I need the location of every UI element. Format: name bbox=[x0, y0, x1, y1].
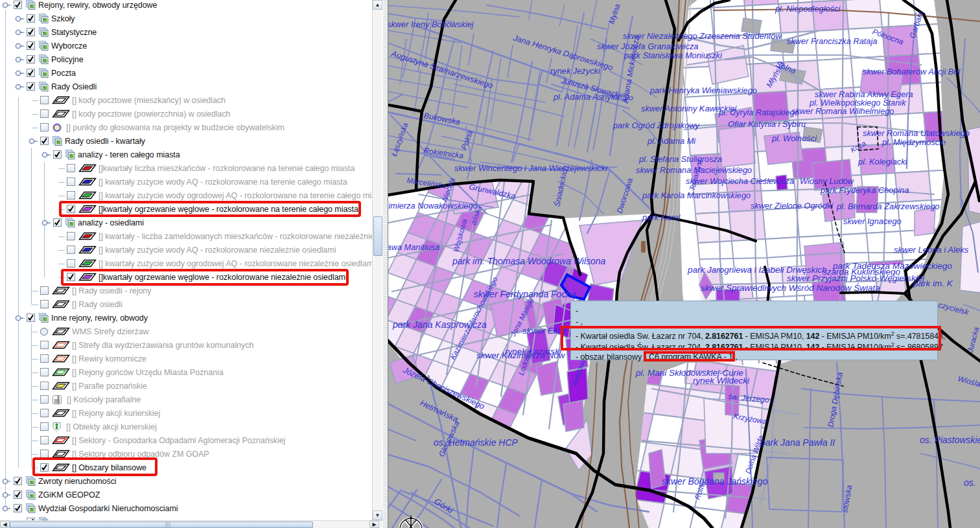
svg-text:skwer Wincentego i Jana Wierze: skwer Wincentego i Jana Wierzejewskickr bbox=[454, 163, 609, 173]
svg-text:park im. K: park im. K bbox=[913, 279, 953, 288]
svg-text:park Tadeusza Mazowieckiego: park Tadeusza Mazowieckiego bbox=[832, 261, 953, 271]
svg-text:pl. Wolności: pl. Wolności bbox=[771, 133, 817, 143]
svg-text:skwer Franciszka Rataja: skwer Franciszka Rataja bbox=[787, 36, 877, 46]
svg-text:zimierza Nowakowskiego: zimierza Nowakowskiego bbox=[388, 201, 478, 211]
svg-text:park Karol: park Karol bbox=[642, 212, 681, 222]
svg-text:skwer Ignacego: skwer Ignacego bbox=[843, 216, 902, 226]
svg-text:pl. Stefana Stuligrosza: pl. Stefana Stuligrosza bbox=[638, 154, 722, 164]
svg-text:rynek Jeżycki: rynek Jeżycki bbox=[550, 66, 601, 76]
svg-text:pl. Kolegiacki: pl. Kolegiacki bbox=[858, 157, 908, 166]
svg-text:os. Piastowskie: os. Piastowskie bbox=[920, 435, 980, 445]
svg-text:park Fryderyka Chopina: park Fryderyka Chopina bbox=[820, 185, 909, 195]
svg-text:tawa Manitiusa: tawa Manitiusa bbox=[388, 242, 439, 252]
svg-text:park Karola Marcinkowskiego: park Karola Marcinkowskiego bbox=[642, 190, 751, 200]
svg-text:os.: os. bbox=[964, 477, 976, 488]
svg-text:pl. Adama Asnyka: pl. Adama Asnyka bbox=[553, 92, 620, 102]
svg-text:skwer Bogdana Jańskiego: skwer Bogdana Jańskiego bbox=[662, 476, 768, 487]
svg-text:park im. Thomasa Woodrowa Wils: park im. Thomasa Woodrowa Wilsona bbox=[452, 256, 606, 266]
svg-text:skwer Zielone Ogródki: skwer Zielone Ogródki bbox=[751, 201, 834, 211]
svg-text:park Ogród Zdrojakowy: park Ogród Zdrojakowy bbox=[612, 121, 701, 130]
svg-text:pl. Cyryla Ratajskiego: pl. Cyryla Ratajskiego bbox=[718, 108, 799, 117]
svg-text:skwer Ireny Bobowskiej: skwer Ireny Bobowskiej bbox=[388, 19, 474, 29]
svg-text:pl. Adama Mi: pl. Adama Mi bbox=[647, 136, 696, 146]
svg-text:park Jana Pawła II: park Jana Pawła II bbox=[760, 437, 835, 448]
svg-text:Ofiar Katynia i Sybiru: Ofiar Katynia i Sybiru bbox=[728, 119, 806, 129]
svg-text:Wiosny Ludów: Wiosny Ludów bbox=[800, 176, 854, 186]
svg-text:rynek Wildecki: rynek Wildecki bbox=[693, 376, 750, 385]
svg-text:skwer Bohaterów Akcji Bol: skwer Bohaterów Akcji Bol bbox=[863, 67, 961, 76]
svg-text:pl. Bernarda Zakrzewskiego: pl. Bernarda Zakrzewskiego bbox=[836, 201, 940, 211]
svg-text:skwer Wojciecha Cieślewicza: skwer Wojciecha Cieślewicza bbox=[686, 176, 794, 186]
svg-text:skwer Romana Wilhelmiego: skwer Romana Wilhelmiego bbox=[791, 106, 894, 116]
svg-text:skwer Kazimierza Now: skwer Kazimierza Now bbox=[476, 350, 566, 360]
svg-text:skwer Niezależnego Zrzeszenia: skwer Niezależnego Zrzeszenia Studentów bbox=[623, 31, 782, 41]
svg-text:skwer Przyjaźni Polsko-Węgiers: skwer Przyjaźni Polsko-Węgierskiej bbox=[787, 273, 925, 283]
svg-text:skwer Józefa Granatowicza: skwer Józefa Granatowicza bbox=[597, 41, 698, 51]
svg-text:skwer Sprawiedliwych Wśród Nar: skwer Sprawiedliwych Wśród Narodów Świat… bbox=[701, 283, 880, 293]
svg-text:skwer Leona i Aleks: skwer Leona i Aleks bbox=[894, 245, 969, 255]
svg-text:skwer Romana Ulatowskiego: skwer Romana Ulatowskiego bbox=[863, 128, 970, 138]
svg-text:park Henryka Wieniawskiego: park Henryka Wieniawskiego bbox=[649, 86, 757, 95]
svg-text:pl. Niepodległości: pl. Niepodległości bbox=[775, 4, 841, 14]
svg-text:pl. Międzymoście: pl. Międzymoście bbox=[881, 137, 946, 147]
